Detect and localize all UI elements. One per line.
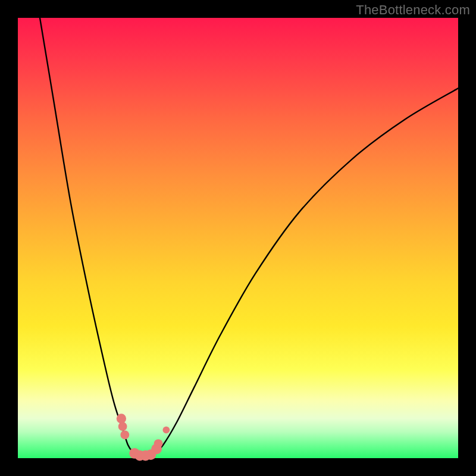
curve-layer [40,18,458,458]
marker-point [162,427,170,434]
curve-right-curve [150,88,458,458]
curve-left-curve [40,18,141,458]
marker-point [117,414,126,423]
marker-point [118,422,127,431]
marker-point [154,439,163,448]
chart-frame: TheBottleneck.com [0,0,476,476]
chart-svg [18,18,458,458]
plot-area [18,18,458,458]
marker-layer [117,414,170,461]
marker-point [120,430,129,439]
watermark-text: TheBottleneck.com [356,2,470,18]
